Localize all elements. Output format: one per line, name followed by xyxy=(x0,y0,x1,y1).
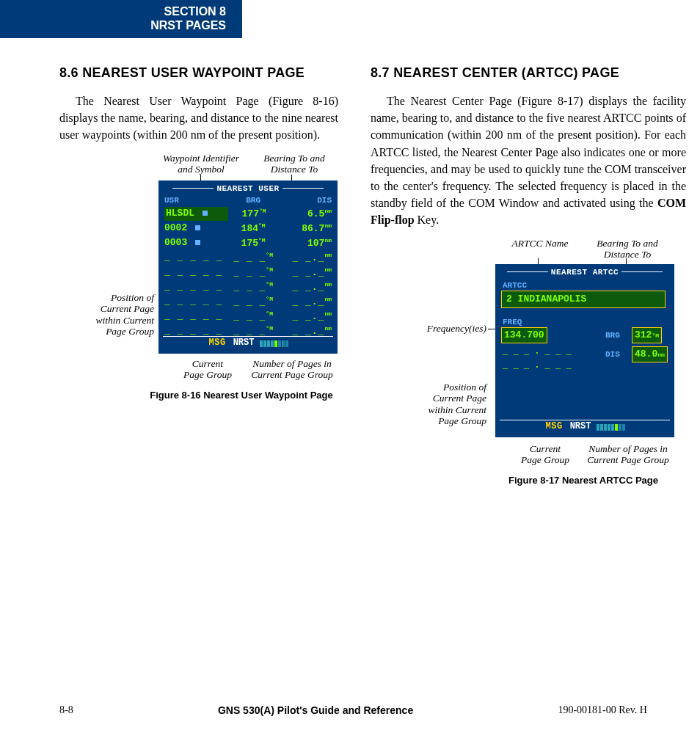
callout-npg-17: Number of Pages in Current Page Group xyxy=(580,443,676,466)
table-row: HLSDL 177°M 6.5nm xyxy=(164,207,332,222)
gps-title-17: NEAREST ARTCC xyxy=(495,267,674,279)
callout-brgdis: Bearing To and Distance To xyxy=(258,153,331,175)
figure-caption-17: Figure 8-17 Nearest ARTCC Page xyxy=(481,474,686,488)
artcc-name-field: 2 INDIANAPOLIS xyxy=(501,291,666,309)
page-position-indicator xyxy=(260,340,288,347)
page-position-indicator-17 xyxy=(597,424,625,431)
hdr-dis: DIS xyxy=(280,195,332,207)
freq-value: 134.700 xyxy=(501,327,547,344)
gps-header-row: USR BRG DIS xyxy=(164,195,332,207)
gps-nearest-user-screen: NEAREST USER USR BRG DIS HLSDL 177°M 6.5… xyxy=(158,180,338,354)
callout-wpident: Waypoint Identifier and Symbol xyxy=(161,153,241,175)
gps-footer: MSG NRST xyxy=(163,336,333,349)
page-footer: 8-8 GNS 530(A) Pilot's Guide and Referen… xyxy=(59,703,647,718)
para-87-c: Key. xyxy=(415,214,440,226)
right-column: 8.7 NEAREST CENTER (ARTCC) PAGE The Near… xyxy=(371,63,686,495)
brg-value: 312°M xyxy=(632,327,662,344)
freq-blank-list: _ _ _ . _ _ _ _ _ _ . _ _ _ xyxy=(503,345,572,373)
heading-87: 8.7 NEAREST CENTER (ARTCC) PAGE xyxy=(371,63,686,82)
content-columns: 8.6 NEAREST USER WAYPOINT PAGE The Neare… xyxy=(59,63,647,495)
callout-freq: Frequency(ies) xyxy=(413,323,486,335)
doc-title: GNS 530(A) Pilot's Guide and Reference xyxy=(218,703,413,718)
gps-footer-17: MSG NRST xyxy=(500,420,670,433)
hdr-brg: BRG xyxy=(227,195,280,207)
dis-value: 48.0nm xyxy=(632,346,668,363)
table-row: _ _ _ _ __ _ _°M_ _._nm xyxy=(164,251,332,266)
para-87-a: The Nearest Center Page (Figure 8-17) di… xyxy=(371,95,686,209)
section-line2: NRST PAGES xyxy=(0,18,226,32)
page-number: 8-8 xyxy=(59,703,73,718)
heading-86: 8.6 NEAREST USER WAYPOINT PAGE xyxy=(59,63,338,82)
table-row: 0002 184°M 86.7nm xyxy=(164,222,332,236)
figure-8-16: Waypoint Identifier and Symbol Bearing T… xyxy=(59,153,338,402)
brg-label: BRG xyxy=(605,330,620,342)
page-group-label-17: NRST xyxy=(569,420,593,433)
para-86: The Nearest User Waypoint Page (Figure 8… xyxy=(59,92,338,144)
table-row: _ _ _ _ __ _ _°M_ _._nm xyxy=(164,310,332,324)
callout-artcc-name: ARTCC Name xyxy=(507,238,573,249)
page-group-label: NRST xyxy=(232,337,256,349)
figure-8-17: ARTCC Name Bearing To and Distance To Fr… xyxy=(371,238,686,495)
para-87: The Nearest Center Page (Figure 8-17) di… xyxy=(371,92,686,229)
table-row: _ _ _ _ __ _ _°M_ _._nm xyxy=(164,280,332,295)
dis-label: DIS xyxy=(605,349,620,361)
gps-data-rows: HLSDL 177°M 6.5nm 0002 184°M 86.7nm 0003… xyxy=(164,207,332,339)
msg-annunciator: MSG xyxy=(208,337,227,349)
waypoint-symbol-icon xyxy=(195,240,200,245)
gps-title: NEAREST USER xyxy=(158,183,338,195)
callout-npg: Number of Pages in Current Page Group xyxy=(244,358,340,381)
callout-cpg: Current Page Group xyxy=(178,358,237,381)
figure-caption-16: Figure 8-16 Nearest User Waypoint Page xyxy=(145,389,338,403)
gps-nearest-artcc-screen: NEAREST ARTCC ARTCC 2 INDIANAPOLIS FREQ … xyxy=(495,264,674,437)
hdr-usr: USR xyxy=(164,195,227,207)
section-line1: SECTION 8 xyxy=(0,4,226,18)
callout-position-17: Position of Current Page within Current … xyxy=(413,382,486,427)
left-column: 8.6 NEAREST USER WAYPOINT PAGE The Neare… xyxy=(59,63,338,495)
doc-revision: 190-00181-00 Rev. H xyxy=(558,703,647,718)
callout-position: Position of Current Page within Current … xyxy=(81,292,154,338)
para-86-text: The Nearest User Waypoint Page (Figure 8… xyxy=(59,95,338,141)
callout-cpg-17: Current Page Group xyxy=(516,443,575,466)
waypoint-symbol-icon xyxy=(203,211,208,216)
waypoint-symbol-icon xyxy=(195,225,200,230)
table-row: _ _ _ _ __ _ _°M_ _._nm xyxy=(164,266,332,280)
msg-annunciator-17: MSG xyxy=(544,420,564,433)
table-row: 0003 175°M 107nm xyxy=(164,236,332,251)
section-header-tab: SECTION 8 NRST PAGES xyxy=(0,0,242,38)
callout-brgdis-17: Bearing To and Distance To xyxy=(591,238,664,260)
table-row: _ _ _ _ __ _ _°M_ _._nm xyxy=(164,295,332,310)
